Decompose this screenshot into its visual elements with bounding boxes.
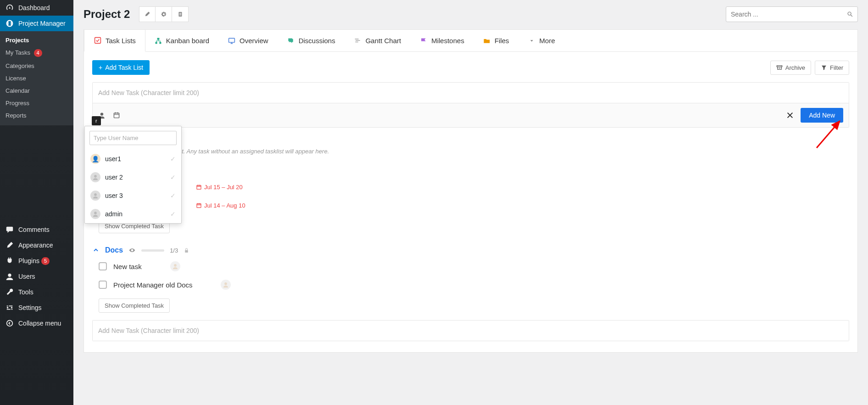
sidebar-item-appearance[interactable]: Appearance [0, 237, 73, 253]
sidebar-label: Users [18, 273, 35, 280]
tab-label: Overview [239, 37, 268, 45]
settings-project-button[interactable] [156, 6, 172, 22]
add-task-input-bottom[interactable] [93, 321, 849, 341]
monitor-icon [228, 37, 236, 45]
sidebar-sub-license[interactable]: License [0, 72, 73, 84]
user-option[interactable]: admin ✓ [88, 205, 178, 223]
sidebar-sub-progress[interactable]: Progress [0, 97, 73, 109]
sidebar-item-plugins[interactable]: Plugins 5 [0, 253, 73, 269]
sidebar-sub-categories[interactable]: Categories [0, 60, 73, 72]
sidebar-label: Plugins [18, 257, 39, 264]
close-add-task-button[interactable] [786, 111, 794, 119]
lock-icon [184, 248, 189, 253]
assignee-avatar[interactable] [170, 261, 180, 271]
sidebar-sub-calendar[interactable]: Calendar [0, 84, 73, 97]
tab-milestones[interactable]: Milestones [410, 30, 473, 51]
sidebar-item-collapse[interactable]: Collapse menu [0, 315, 73, 331]
task-row[interactable]: New Task [92, 161, 849, 178]
add-task-list-button[interactable]: + Add Task List [92, 60, 150, 75]
sidebar-sub-label: My Tasks [6, 49, 30, 56]
task-row[interactable]: New task [92, 257, 849, 276]
more-project-button[interactable] [172, 6, 189, 22]
plus-icon: + [99, 64, 102, 71]
calendar-icon[interactable] [113, 112, 120, 119]
user-list[interactable]: 👤 user1 ✓ user 2 ✓ user 3 ✓ admin [85, 150, 181, 223]
add-new-task-button[interactable]: Add New [801, 108, 843, 123]
task-checkbox[interactable] [99, 262, 107, 270]
show-completed-button[interactable]: Show Completed Task [99, 298, 170, 313]
avatar-icon [90, 172, 100, 182]
funnel-icon [821, 64, 827, 71]
sidebar-sub-reports[interactable]: Reports [0, 109, 73, 122]
tab-label: Gantt Chart [366, 37, 401, 45]
task-due-date[interactable]: Jul 14 – Aug 10 [196, 202, 245, 209]
svg-rect-23 [185, 250, 188, 252]
task-row[interactable]: New Task Jul 15 – Jul 20 [92, 178, 849, 196]
tasklist-title[interactable]: Docs [105, 246, 123, 254]
svg-rect-13 [355, 39, 358, 39]
caret-down-icon [528, 37, 536, 45]
avatar-icon: 👤 [90, 154, 100, 164]
tab-gantt[interactable]: Gantt Chart [345, 30, 411, 51]
user-name: user 3 [105, 192, 123, 199]
sidebar-item-tools[interactable]: Tools [0, 284, 73, 300]
filter-button[interactable]: Filter [815, 61, 849, 75]
sidebar-label: Comments [18, 226, 50, 233]
pm-logo-icon [6, 19, 15, 28]
sidebar-sub-projects[interactable]: Projects [0, 34, 73, 46]
task-row[interactable]: Project Manager old Docs [92, 276, 849, 294]
svg-rect-14 [356, 40, 360, 41]
task-row[interactable]: New Task Jul 14 – Aug 10 [92, 196, 849, 214]
tab-files[interactable]: Files [473, 30, 518, 51]
check-icon: ✓ [170, 174, 176, 181]
tasklist-inbox: Inbox 3/6 This is a system default task … [92, 137, 849, 233]
inbox-description: This is a system default task list. Any … [93, 148, 849, 155]
tab-task-lists[interactable]: Task Lists [84, 29, 145, 52]
search-input[interactable] [726, 6, 858, 22]
tasklist-header: Docs 1/3 [92, 246, 849, 254]
eye-icon[interactable] [128, 247, 136, 254]
edit-project-button[interactable] [139, 6, 156, 22]
sidebar-item-comments[interactable]: Comments [0, 222, 73, 237]
tab-more[interactable]: More [518, 30, 564, 51]
user-filter-input[interactable] [89, 131, 177, 145]
search-icon[interactable] [847, 11, 853, 17]
user-assign-dropdown: 👤 user1 ✓ user 2 ✓ user 3 ✓ admin [84, 126, 182, 224]
gauge-icon [6, 4, 15, 12]
svg-point-24 [174, 264, 177, 267]
tab-label: Discussions [299, 37, 335, 45]
assignee-avatar[interactable] [221, 280, 231, 290]
button-label: Archive [785, 64, 805, 71]
sidebar-item-settings[interactable]: Settings [0, 300, 73, 315]
tab-overview[interactable]: Overview [218, 30, 278, 51]
user-option[interactable]: user 3 ✓ [88, 186, 178, 205]
add-task-actions: Add New r [93, 103, 849, 127]
svg-rect-18 [114, 113, 119, 118]
tab-kanban[interactable]: Kanban board [145, 30, 218, 51]
svg-point-7 [848, 12, 851, 15]
chevron-up-icon[interactable] [92, 247, 100, 254]
tasklist-header: Inbox 3/6 [92, 137, 849, 145]
add-task-input[interactable] [93, 83, 849, 103]
chat-icon [287, 37, 295, 45]
task-checkbox[interactable] [99, 281, 107, 289]
sidebar-item-project-manager[interactable]: Project Manager [0, 16, 73, 31]
sidebar-item-users[interactable]: Users [0, 269, 73, 284]
sidebar-label: Appearance [18, 242, 53, 249]
sidebar-label: Project Manager [18, 20, 66, 27]
tab-discussions[interactable]: Discussions [278, 30, 345, 51]
tab-content: + Add Task List Archive Filter [83, 51, 858, 353]
svg-rect-5 [179, 14, 181, 14]
archive-button[interactable]: Archive [770, 61, 811, 75]
plugins-count-badge: 5 [41, 257, 50, 265]
task-due-date[interactable]: Jul 15 – Jul 20 [196, 184, 243, 191]
svg-point-27 [94, 193, 97, 196]
wrench-icon [6, 288, 15, 296]
sidebar-sub-mytasks[interactable]: My Tasks 4 [0, 46, 73, 60]
sidebar-label: Settings [18, 304, 42, 311]
sidebar-label: Dashboard [18, 4, 50, 11]
sidebar-item-dashboard[interactable]: Dashboard [0, 0, 73, 16]
user-option[interactable]: 👤 user1 ✓ [88, 150, 178, 168]
user-option[interactable]: user 2 ✓ [88, 168, 178, 186]
user-name: user 2 [105, 174, 123, 181]
